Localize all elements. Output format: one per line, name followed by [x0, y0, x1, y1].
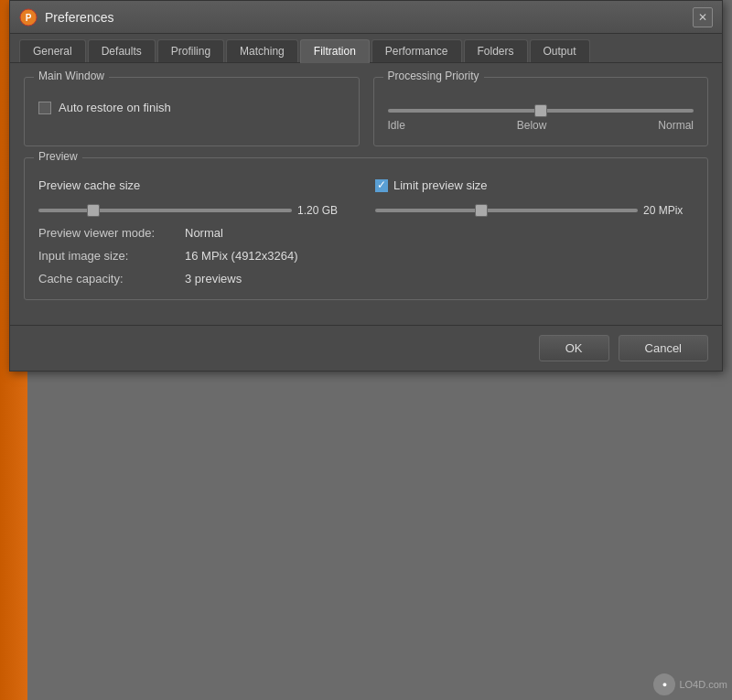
priority-slider[interactable] — [388, 109, 694, 113]
auto-restore-checkbox[interactable] — [38, 102, 51, 114]
watermark: ● LO4D.com — [653, 673, 727, 695]
priority-labels: Idle Below Normal — [388, 119, 694, 132]
cache-capacity-label: Cache capacity: — [38, 272, 185, 285]
limit-slider-right: 20 MPix — [375, 199, 694, 217]
dialog-title: Preferences — [45, 10, 113, 25]
preview-sliders-row: 1.20 GB 20 MPix — [38, 199, 694, 217]
tab-general[interactable]: General — [19, 39, 86, 62]
cache-capacity-row: Cache capacity: 3 previews — [38, 272, 694, 285]
processing-priority-title: Processing Priority — [383, 70, 484, 82]
main-window-group: Main Window Auto restore on finish — [24, 77, 360, 146]
preview-top-row: Preview cache size Limit preview size — [38, 178, 694, 192]
cache-size-value: 1.20 GB — [297, 204, 357, 217]
cancel-button[interactable]: Cancel — [619, 335, 708, 361]
processing-priority-group: Processing Priority Idle Below Normal — [373, 77, 709, 146]
preview-group: Preview Preview cache size Limit preview… — [24, 157, 708, 300]
priority-label-idle: Idle — [388, 119, 405, 132]
tab-performance[interactable]: Performance — [371, 39, 462, 62]
tab-filtration[interactable]: Filtration — [300, 39, 370, 63]
preferences-dialog: P Preferences ✕ General Defaults Profili… — [9, 0, 723, 372]
cache-slider-left: 1.20 GB — [38, 199, 357, 217]
tab-matching[interactable]: Matching — [226, 39, 298, 62]
cache-size-slider[interactable] — [38, 209, 292, 212]
limit-preview-slider[interactable] — [375, 209, 638, 212]
cache-capacity-value: 3 previews — [185, 272, 242, 285]
tab-bar: General Defaults Profiling Matching Filt… — [10, 34, 722, 63]
content-area: Main Window Auto restore on finish Proce… — [10, 63, 722, 325]
tab-profiling[interactable]: Profiling — [157, 39, 224, 62]
viewer-mode-value: Normal — [185, 226, 223, 240]
auto-restore-row: Auto restore on finish — [38, 101, 345, 114]
limit-slider-row: 20 MPix — [375, 204, 694, 217]
limit-preview-checkbox[interactable] — [375, 179, 388, 192]
watermark-icon: ● — [653, 673, 675, 695]
auto-restore-label: Auto restore on finish — [59, 101, 171, 114]
limit-preview-section: Limit preview size — [375, 178, 694, 192]
ok-button[interactable]: OK — [539, 335, 609, 361]
svg-text:P: P — [26, 13, 32, 23]
close-button[interactable]: ✕ — [693, 7, 713, 27]
input-size-label: Input image size: — [38, 249, 185, 263]
tab-output[interactable]: Output — [530, 39, 590, 62]
input-size-row: Input image size: 16 MPix (4912x3264) — [38, 249, 694, 263]
priority-slider-container: Idle Below Normal — [388, 98, 694, 132]
priority-label-normal: Normal — [658, 119, 694, 132]
priority-label-below: Below — [517, 119, 547, 132]
top-groups: Main Window Auto restore on finish Proce… — [24, 77, 708, 157]
main-window-title: Main Window — [34, 70, 109, 82]
bottom-bar: OK Cancel — [10, 325, 722, 371]
tab-defaults[interactable]: Defaults — [88, 39, 156, 62]
limit-checkbox-row: Limit preview size — [375, 178, 488, 192]
limit-preview-value: 20 MPix — [643, 204, 694, 217]
viewer-mode-label: Preview viewer mode: — [38, 226, 185, 240]
preview-title: Preview — [34, 150, 82, 163]
watermark-text: LO4D.com — [679, 679, 727, 690]
viewer-mode-row: Preview viewer mode: Normal — [38, 226, 694, 240]
cache-size-section: Preview cache size — [38, 178, 357, 192]
limit-preview-label: Limit preview size — [393, 178, 488, 192]
app-icon: P — [19, 8, 38, 27]
title-bar: P Preferences ✕ — [10, 1, 722, 34]
cache-size-label: Preview cache size — [38, 178, 140, 192]
tab-folders[interactable]: Folders — [464, 39, 528, 62]
cache-slider-row: 1.20 GB — [38, 204, 357, 217]
input-size-value: 16 MPix (4912x3264) — [185, 249, 298, 263]
